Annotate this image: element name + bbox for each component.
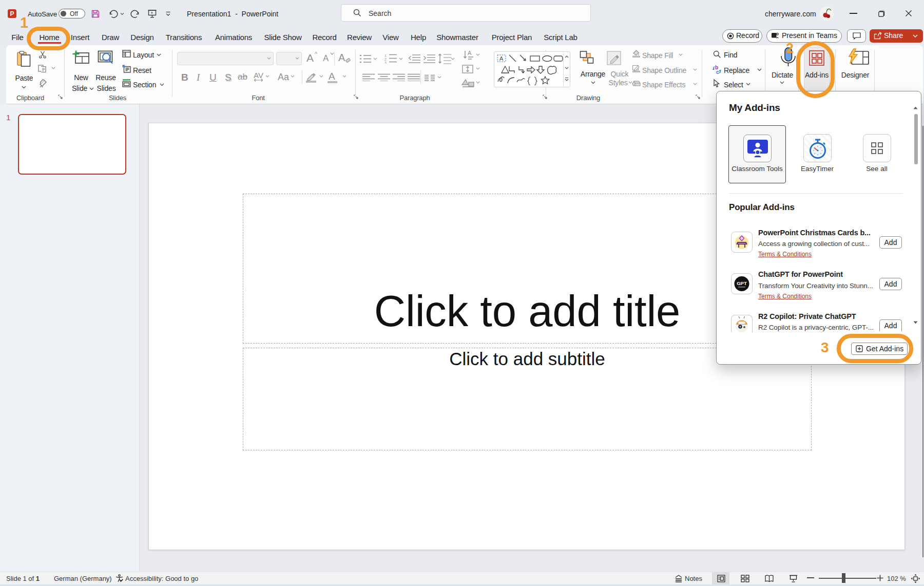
svg-text:P: P [10,10,14,17]
svg-text:2: 2 [384,58,387,61]
svg-text:GPT: GPT [737,280,747,286]
svg-text:A: A [468,50,472,56]
svg-text:T: T [773,33,776,38]
svg-text:A: A [499,55,504,62]
svg-text:1: 1 [384,54,387,58]
svg-text:3: 3 [384,61,387,64]
svg-text:c: c [716,69,719,74]
